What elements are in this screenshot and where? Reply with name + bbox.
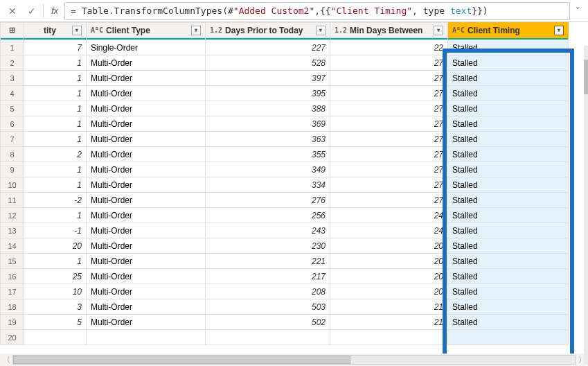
row-number[interactable]: 8 xyxy=(1,147,24,162)
cell[interactable]: 397 xyxy=(206,71,330,86)
column-header-client-type[interactable]: AᴮCClient Type▾ xyxy=(87,23,206,38)
column-header-tity[interactable]: tity▾ xyxy=(24,23,87,38)
cell[interactable] xyxy=(330,330,448,345)
accept-formula-button[interactable]: ✓ xyxy=(22,3,42,19)
cell[interactable]: 276 xyxy=(206,193,330,208)
cell[interactable] xyxy=(206,330,330,345)
cell[interactable]: Multi-Order xyxy=(87,254,206,269)
table-row[interactable]: 61Multi-Order36927Stalled xyxy=(1,116,569,132)
cell[interactable]: 1 xyxy=(24,162,87,177)
cell[interactable]: Single-Order xyxy=(87,40,206,55)
cancel-formula-button[interactable]: ✕ xyxy=(3,3,22,19)
cell[interactable]: Stalled xyxy=(448,101,569,116)
cell[interactable]: Stalled xyxy=(448,86,569,101)
row-number[interactable]: 20 xyxy=(1,330,24,345)
cell[interactable]: Multi-Order xyxy=(87,162,206,177)
cell[interactable]: Stalled xyxy=(448,116,569,132)
cell[interactable]: Stalled xyxy=(448,208,569,223)
row-number[interactable]: 7 xyxy=(1,132,24,147)
cell[interactable]: 1 xyxy=(24,254,87,269)
cell[interactable]: Stalled xyxy=(448,223,569,238)
cell[interactable]: Stalled xyxy=(448,284,569,299)
cell[interactable]: 243 xyxy=(206,223,330,238)
cell[interactable]: 502 xyxy=(206,315,330,330)
formula-input[interactable]: = Table.TransformColumnTypes(#"Added Cus… xyxy=(64,2,570,20)
cell[interactable]: 20 xyxy=(330,269,448,284)
row-number[interactable]: 5 xyxy=(1,101,24,116)
row-number[interactable]: 4 xyxy=(1,86,24,101)
table-row[interactable]: 91Multi-Order34927Stalled xyxy=(1,162,569,177)
cell[interactable]: 20 xyxy=(330,238,448,254)
table-row[interactable]: 21Multi-Order52827Stalled xyxy=(1,55,569,71)
cell[interactable]: 10 xyxy=(24,284,87,299)
cell[interactable]: 27 xyxy=(330,132,448,147)
table-row[interactable]: 13-1Multi-Order24324Stalled xyxy=(1,223,569,238)
cell[interactable]: 528 xyxy=(206,55,330,71)
cell[interactable]: 27 xyxy=(330,162,448,177)
filter-dropdown-button[interactable]: ▾ xyxy=(191,26,201,35)
cell[interactable]: Stalled xyxy=(448,193,569,208)
cell[interactable]: 20 xyxy=(24,238,87,254)
row-number[interactable]: 18 xyxy=(1,299,24,315)
cell[interactable]: 27 xyxy=(330,116,448,132)
cell[interactable]: Stalled xyxy=(448,162,569,177)
cell[interactable]: Stalled xyxy=(448,177,569,193)
cell[interactable]: Multi-Order xyxy=(87,223,206,238)
row-number[interactable]: 9 xyxy=(1,162,24,177)
cell[interactable]: 363 xyxy=(206,132,330,147)
table-row[interactable]: 195Multi-Order50221Stalled xyxy=(1,315,569,330)
cell[interactable]: 27 xyxy=(330,55,448,71)
vscroll-thumb[interactable] xyxy=(584,60,588,94)
cell[interactable]: 1 xyxy=(24,71,87,86)
cell[interactable]: Multi-Order xyxy=(87,55,206,71)
cell[interactable]: Multi-Order xyxy=(87,299,206,315)
cell[interactable]: Stalled xyxy=(448,40,569,55)
cell[interactable]: Multi-Order xyxy=(87,101,206,116)
row-number[interactable]: 11 xyxy=(1,193,24,208)
cell[interactable]: 24 xyxy=(330,208,448,223)
column-header-min-days-between[interactable]: 1.2Min Days Between▾ xyxy=(330,23,448,38)
cell[interactable]: 7 xyxy=(24,40,87,55)
row-number[interactable]: 16 xyxy=(1,269,24,284)
filter-dropdown-button[interactable]: ▾ xyxy=(554,26,564,35)
cell[interactable]: Stalled xyxy=(448,269,569,284)
cell[interactable]: Multi-Order xyxy=(87,132,206,147)
cell[interactable]: 208 xyxy=(206,284,330,299)
cell[interactable]: Multi-Order xyxy=(87,193,206,208)
cell[interactable]: -1 xyxy=(24,223,87,238)
row-number[interactable]: 3 xyxy=(1,71,24,86)
horizontal-scrollbar[interactable]: 〈 〉 xyxy=(0,354,588,366)
cell[interactable]: 27 xyxy=(330,71,448,86)
cell[interactable]: 334 xyxy=(206,177,330,193)
table-row[interactable]: 183Multi-Order50321Stalled xyxy=(1,299,569,315)
cell[interactable]: Stalled xyxy=(448,132,569,147)
table-row[interactable]: 71Multi-Order36327Stalled xyxy=(1,132,569,147)
table-row[interactable]: 1710Multi-Order20820Stalled xyxy=(1,284,569,299)
cell[interactable]: 27 xyxy=(330,147,448,162)
row-number[interactable]: 19 xyxy=(1,315,24,330)
filter-dropdown-button[interactable]: ▾ xyxy=(72,26,82,35)
cell[interactable]: 1 xyxy=(24,177,87,193)
cell[interactable]: Multi-Order xyxy=(87,315,206,330)
row-number[interactable]: 15 xyxy=(1,254,24,269)
cell[interactable]: Multi-Order xyxy=(87,147,206,162)
cell[interactable]: 1 xyxy=(24,132,87,147)
row-number[interactable]: 2 xyxy=(1,55,24,71)
filter-dropdown-button[interactable]: ▾ xyxy=(434,26,443,35)
table-row[interactable]: 11-2Multi-Order27627Stalled xyxy=(1,193,569,208)
cell[interactable]: 21 xyxy=(330,315,448,330)
row-number[interactable]: 17 xyxy=(1,284,24,299)
cell[interactable]: Multi-Order xyxy=(87,86,206,101)
cell[interactable]: Stalled xyxy=(448,254,569,269)
cell[interactable]: 1 xyxy=(24,116,87,132)
cell[interactable]: 369 xyxy=(206,116,330,132)
table-row[interactable]: 51Multi-Order38827Stalled xyxy=(1,101,569,116)
row-number[interactable]: 6 xyxy=(1,116,24,132)
cell[interactable]: Multi-Order xyxy=(87,177,206,193)
cell[interactable]: 2 xyxy=(24,147,87,162)
cell[interactable]: Multi-Order xyxy=(87,116,206,132)
table-row[interactable]: 121Multi-Order25624Stalled xyxy=(1,208,569,223)
cell[interactable]: 388 xyxy=(206,101,330,116)
scroll-left-arrow[interactable]: 〈 xyxy=(0,354,12,365)
table-row[interactable]: 20 xyxy=(1,330,569,345)
